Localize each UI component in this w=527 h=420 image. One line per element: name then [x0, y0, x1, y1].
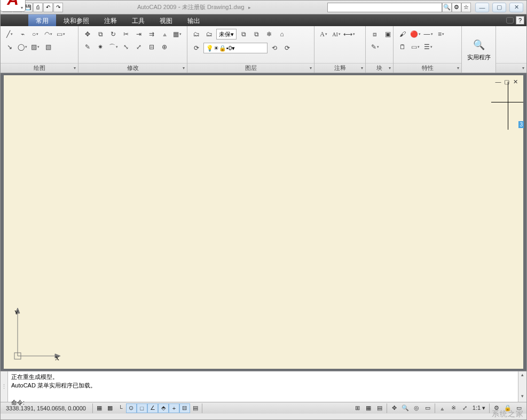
ellipse-tool[interactable]: ◯	[17, 41, 28, 53]
extend-tool[interactable]: ⇥	[133, 28, 145, 40]
status-osnap[interactable]: □	[137, 403, 147, 413]
anno-visibility[interactable]: ※	[448, 403, 459, 413]
status-otrack[interactable]: ∠	[147, 403, 158, 413]
search-glass[interactable]: 🔍	[442, 3, 452, 12]
join-tool[interactable]: ⊕	[159, 41, 170, 53]
line-tool[interactable]: ╱	[4, 28, 15, 40]
status-ortho[interactable]: └	[115, 403, 126, 413]
mtext-tool[interactable]: A	[318, 28, 329, 40]
command-text[interactable]: 正在重生成模型。 AutoCAD 菜单实用程序已加载。 命令:	[8, 371, 518, 402]
rotate-tool[interactable]: ↻	[107, 28, 119, 40]
block-create-button[interactable]: ▣	[382, 28, 394, 40]
layer-states-button[interactable]: 🗂	[203, 28, 215, 40]
panel-title-draw[interactable]: 绘图▾	[1, 63, 78, 73]
layer-freeze-button[interactable]: ❄	[263, 28, 275, 40]
erase-tool[interactable]: ✎	[82, 41, 93, 53]
panel-title-modify[interactable]: 修改▾	[78, 63, 187, 73]
match-properties-button[interactable]: 🖌	[397, 28, 408, 40]
block-insert-button[interactable]: ⧈	[369, 28, 381, 40]
polyline-tool[interactable]: ⌁	[17, 28, 28, 40]
layer-properties-button[interactable]: 🗂	[191, 28, 202, 40]
steering[interactable]: ◎	[411, 403, 422, 413]
ribbon-cycle-icon[interactable]	[506, 17, 514, 23]
model-space[interactable]: ⊞	[352, 403, 363, 413]
status-dyn[interactable]: +	[169, 403, 179, 413]
trim-tool[interactable]: ✂	[120, 28, 132, 40]
showmotion[interactable]: ▭	[422, 403, 433, 413]
anno-autoscale[interactable]: ⤢	[459, 403, 470, 413]
scale-tool[interactable]: ⤢	[133, 41, 145, 53]
linetype-dropdown[interactable]: —	[422, 28, 434, 40]
stretch-tool[interactable]: ⤡	[120, 41, 132, 53]
window-minimize[interactable]: —	[475, 3, 489, 12]
qat-redo[interactable]: ↷	[53, 3, 63, 12]
help-button[interactable]: ?	[516, 16, 524, 25]
command-scrollbar[interactable]: ▴▾	[518, 371, 526, 402]
qat-undo[interactable]: ↶	[43, 3, 53, 12]
drawing-area[interactable]: — ▢ ✕ 3 Y X	[1, 73, 526, 371]
rectangle-tool[interactable]: ▭	[55, 28, 67, 40]
arc-tool[interactable]: ◠	[42, 28, 54, 40]
plot-style-dropdown[interactable]: ▭	[410, 41, 421, 53]
panel-title-utility[interactable]: 实用程序	[467, 53, 491, 61]
pan[interactable]: ✥	[389, 403, 399, 413]
tab-块和参照[interactable]: 块和参照	[56, 14, 97, 26]
tab-注释[interactable]: 注释	[97, 14, 124, 26]
break-tool[interactable]: ⊟	[146, 41, 158, 53]
tab-工具[interactable]: 工具	[124, 14, 152, 26]
viewport-tab-marker[interactable]: 3	[518, 121, 524, 128]
layer-current-dropdown[interactable]: 💡☀🔒▪ 0 ▾	[203, 43, 268, 53]
list-button[interactable]: ☰	[422, 41, 434, 53]
app-menu-button[interactable]: A ▾	[0, 0, 26, 12]
annotation-scale-dropdown[interactable]: 1:1 ▾	[470, 403, 487, 413]
tab-常用[interactable]: 常用	[28, 14, 56, 26]
cursor-coordinates[interactable]: 3338.1391, 1540.0658, 0.0000	[1, 405, 91, 411]
status-grid[interactable]: ▩	[105, 403, 115, 413]
color-dropdown[interactable]: 🔴	[410, 28, 421, 40]
properties-palette-button[interactable]: 🗒	[397, 41, 408, 53]
search-favorite[interactable]: ☆	[461, 3, 471, 12]
model-canvas[interactable]: — ▢ ✕ 3 Y X	[4, 75, 523, 369]
layer-match-button[interactable]: ⟳	[191, 42, 202, 54]
move-tool[interactable]: ✥	[82, 28, 93, 40]
fillet-tool[interactable]: ⌒	[107, 41, 119, 53]
status-polar[interactable]: ⊙	[126, 403, 137, 413]
viewport-minimize[interactable]: —	[494, 78, 502, 85]
text-tool[interactable]: AI	[331, 28, 342, 40]
quickview-drawings[interactable]: ▤	[374, 403, 385, 413]
block-edit-button[interactable]: ✎	[369, 41, 381, 53]
status-qp[interactable]: ▤	[190, 403, 201, 413]
search-gear[interactable]: ⚙	[452, 3, 461, 12]
layer-previous-button[interactable]: ⟲	[269, 42, 280, 54]
viewport-maximize[interactable]: ▢	[503, 78, 510, 85]
panel-title-layer[interactable]: 图层▾	[187, 63, 314, 73]
zoom[interactable]: 🔍	[400, 403, 411, 413]
array-tool[interactable]: ▦	[171, 28, 183, 40]
window-close[interactable]: ✕	[509, 3, 523, 12]
anno-scale-icon[interactable]: ⟁	[437, 403, 447, 413]
layer-iso-button[interactable]: ⧉	[238, 28, 249, 40]
layer-walk-button[interactable]: ⟳	[281, 42, 293, 54]
tab-视图[interactable]: 视图	[152, 14, 180, 26]
panel-title-block[interactable]: 块▾	[366, 63, 393, 73]
offset-tool[interactable]: ⇉	[146, 28, 158, 40]
viewport-close[interactable]: ✕	[512, 78, 519, 85]
command-handle-icon[interactable]: ⋮	[1, 371, 8, 402]
measure-tool-icon[interactable]: 🔍	[471, 37, 486, 52]
region-tool[interactable]: ▧	[42, 41, 54, 53]
panel-title-properties[interactable]: 特性▾	[394, 63, 461, 73]
hatch-tool[interactable]: ▨	[29, 41, 41, 53]
status-snap[interactable]: ▦	[94, 403, 105, 413]
dimension-tool[interactable]: ⟷	[343, 28, 355, 40]
layer-state-dropdown[interactable]: 未保 ▾	[216, 29, 237, 39]
layer-uniso-button[interactable]: ⧉	[250, 28, 262, 40]
infocenter-search-input[interactable]	[327, 3, 442, 12]
explode-tool[interactable]: ✷	[95, 41, 106, 53]
layer-off-button[interactable]: ⌂	[276, 28, 288, 40]
quickview-layouts[interactable]: ▦	[363, 403, 374, 413]
command-window[interactable]: ⋮ 正在重生成模型。 AutoCAD 菜单实用程序已加载。 命令: ▴▾	[1, 371, 526, 402]
lineweight-dropdown[interactable]: ≡	[435, 28, 447, 40]
window-maximize[interactable]: ▢	[492, 3, 506, 12]
construction-line-tool[interactable]: ↘	[4, 41, 15, 53]
tab-输出[interactable]: 输出	[180, 14, 208, 26]
